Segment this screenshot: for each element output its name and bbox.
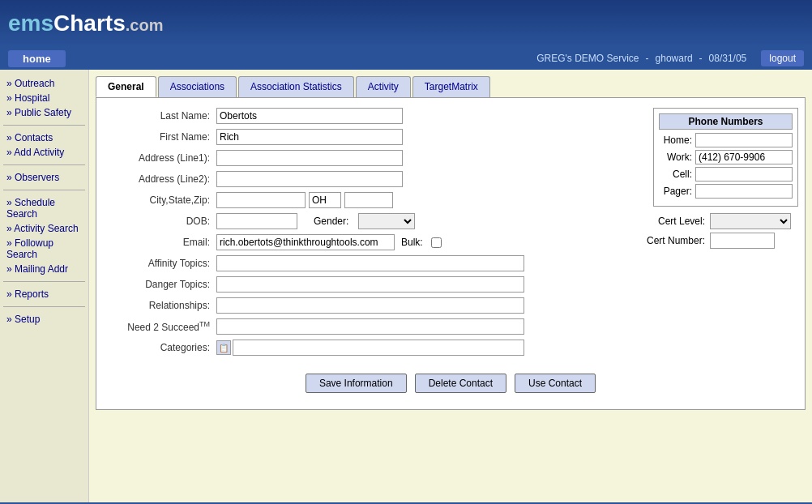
- form-area: Phone Numbers Home: Work: Cell: Page: [96, 97, 806, 410]
- address1-label: Address (Line1):: [103, 152, 216, 164]
- categories-row: Categories: 📋: [103, 340, 798, 356]
- sidebar-item-public-safety[interactable]: » Public Safety: [3, 105, 85, 120]
- address1-row: Address (Line1):: [103, 150, 621, 166]
- cell-label: Cell:: [659, 169, 695, 180]
- city-input[interactable]: [216, 192, 306, 208]
- sidebar-item-hospital[interactable]: » Hospital: [3, 91, 85, 105]
- categories-label: Categories:: [103, 342, 216, 353]
- home-phone-input[interactable]: [695, 133, 793, 147]
- phone-pager-row: Pager:: [659, 184, 793, 199]
- dob-gender-row: DOB: Gender: M F: [103, 213, 621, 229]
- email-section: Bulk:: [216, 234, 442, 250]
- affinity-row: Affinity Topics:: [103, 255, 798, 271]
- username: ghoward: [656, 53, 693, 64]
- email-input[interactable]: [216, 234, 395, 250]
- bulk-label: Bulk:: [401, 237, 423, 248]
- dob-gender-section: Gender: M F: [216, 213, 415, 229]
- state-input[interactable]: [309, 192, 341, 208]
- city-state-zip-label: City,State,Zip:: [103, 194, 216, 206]
- address2-row: Address (Line2):: [103, 171, 621, 187]
- sidebar: » Outreach » Hospital » Public Safety » …: [0, 70, 89, 502]
- bulk-checkbox[interactable]: [431, 237, 442, 248]
- categories-section: 📋: [216, 340, 524, 356]
- last-name-label: Last Name:: [103, 110, 216, 122]
- sidebar-divider-1: [3, 125, 85, 126]
- sidebar-item-activity-search[interactable]: » Activity Search: [3, 221, 85, 236]
- sidebar-item-followup-search[interactable]: » Followup Search: [3, 236, 85, 262]
- affinity-label: Affinity Topics:: [103, 258, 216, 269]
- pager-phone-input[interactable]: [695, 184, 793, 199]
- sidebar-item-setup[interactable]: » Setup: [3, 312, 85, 327]
- sidebar-section-search: » Schedule Search » Activity Search » Fo…: [3, 195, 85, 276]
- affinity-input[interactable]: [216, 255, 524, 271]
- sidebar-section-contacts: » Contacts » Add Activity: [3, 130, 85, 160]
- address1-input[interactable]: [216, 150, 403, 166]
- sidebar-section-reports: » Reports: [3, 287, 85, 301]
- logo: emsCharts.com: [8, 11, 163, 36]
- home-button[interactable]: home: [8, 50, 66, 67]
- email-row: Email: Bulk:: [103, 234, 621, 250]
- cert-number-row: Cert Number:: [637, 233, 798, 249]
- sidebar-section-observers: » Observers: [3, 170, 85, 185]
- last-name-input[interactable]: [216, 108, 403, 124]
- categories-input[interactable]: [233, 340, 524, 356]
- gender-select[interactable]: M F: [358, 213, 415, 229]
- sidebar-item-add-activity[interactable]: » Add Activity: [3, 145, 85, 160]
- service-name: GREG's DEMO Service: [536, 53, 639, 64]
- sidebar-divider-3: [3, 190, 85, 190]
- separator2: -: [699, 53, 703, 64]
- zip-input[interactable]: [344, 192, 393, 208]
- tab-target-matrix[interactable]: TargetMatrix: [412, 76, 490, 97]
- tab-activity[interactable]: Activity: [356, 76, 411, 97]
- sidebar-item-schedule-search[interactable]: » Schedule Search: [3, 195, 85, 221]
- button-row: Save Information Delete Contact Use Cont…: [103, 361, 798, 399]
- sidebar-item-contacts[interactable]: » Contacts: [3, 130, 85, 145]
- address2-label: Address (Line2):: [103, 173, 216, 185]
- home-label: Home:: [659, 135, 695, 146]
- sidebar-item-mailing-addr[interactable]: » Mailing Addr: [3, 262, 85, 276]
- user-info: GREG's DEMO Service - ghoward - 08/31/05…: [536, 50, 804, 66]
- first-name-label: First Name:: [103, 131, 216, 143]
- gender-label: Gender:: [314, 216, 348, 227]
- dob-label: DOB:: [103, 216, 216, 227]
- right-panel: Phone Numbers Home: Work: Cell: Page: [637, 108, 798, 252]
- need2succeed-input[interactable]: [216, 318, 524, 335]
- tab-general[interactable]: General: [96, 76, 156, 97]
- separator1: -: [646, 53, 649, 64]
- categories-icon-button[interactable]: 📋: [216, 340, 231, 355]
- need2succeed-label: Need 2 SucceedTM: [103, 320, 216, 333]
- use-contact-button[interactable]: Use Contact: [515, 374, 596, 393]
- danger-row: Danger Topics:: [103, 276, 798, 293]
- tab-associations[interactable]: Associations: [158, 76, 237, 97]
- cert-number-label: Cert Number:: [637, 235, 710, 246]
- delete-button[interactable]: Delete Contact: [415, 374, 506, 393]
- cert-level-select[interactable]: [710, 213, 791, 229]
- address2-input[interactable]: [216, 171, 403, 187]
- first-name-input[interactable]: [216, 129, 403, 145]
- danger-input[interactable]: [216, 276, 524, 293]
- sidebar-item-observers[interactable]: » Observers: [3, 170, 85, 185]
- logout-button[interactable]: logout: [761, 50, 804, 66]
- phone-home-row: Home:: [659, 133, 793, 147]
- logo-com: com: [130, 16, 163, 34]
- sidebar-item-outreach[interactable]: » Outreach: [3, 76, 85, 91]
- pager-label: Pager:: [659, 186, 695, 197]
- sidebar-divider-4: [3, 281, 85, 282]
- save-button[interactable]: Save Information: [306, 374, 407, 393]
- danger-label: Danger Topics:: [103, 279, 216, 290]
- tab-association-statistics[interactable]: Association Statistics: [238, 76, 354, 97]
- tab-bar: General Associations Association Statist…: [96, 76, 806, 97]
- sidebar-item-reports[interactable]: » Reports: [3, 287, 85, 301]
- city-state-zip-row: City,State,Zip:: [103, 192, 621, 208]
- cell-phone-input[interactable]: [695, 167, 793, 182]
- dob-input[interactable]: [216, 213, 297, 229]
- sidebar-divider-5: [3, 306, 85, 307]
- sidebar-section-nav: » Outreach » Hospital » Public Safety: [3, 76, 85, 120]
- need2succeed-row: Need 2 SucceedTM: [103, 318, 798, 335]
- logo-charts: Charts: [53, 11, 126, 36]
- date: 08/31/05: [709, 53, 747, 64]
- relationships-input[interactable]: [216, 297, 524, 314]
- cert-level-row: Cert Level:: [637, 213, 798, 229]
- cert-number-input[interactable]: [710, 233, 775, 249]
- work-phone-input[interactable]: [695, 150, 793, 164]
